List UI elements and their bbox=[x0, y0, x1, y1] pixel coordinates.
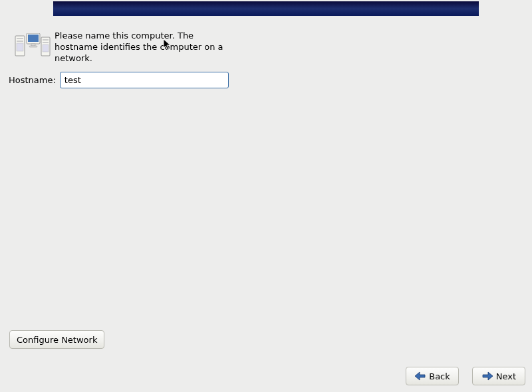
back-button[interactable]: Back bbox=[406, 367, 459, 385]
svg-rect-10 bbox=[43, 42, 49, 43]
svg-rect-3 bbox=[17, 43, 23, 51]
svg-rect-9 bbox=[43, 39, 49, 41]
arrow-left-icon bbox=[414, 371, 426, 381]
next-button[interactable]: Next bbox=[472, 367, 525, 385]
configure-network-label: Configure Network bbox=[17, 335, 97, 345]
description-text: Please name this computer. The hostname … bbox=[55, 31, 227, 64]
configure-network-button[interactable]: Configure Network bbox=[9, 330, 104, 349]
svg-rect-5 bbox=[28, 35, 39, 42]
header-banner bbox=[53, 1, 479, 16]
computer-network-icon bbox=[15, 33, 51, 60]
next-label: Next bbox=[496, 371, 516, 381]
svg-rect-6 bbox=[31, 44, 35, 46]
svg-rect-7 bbox=[29, 46, 37, 47]
hostname-label: Hostname: bbox=[9, 75, 56, 85]
back-label: Back bbox=[429, 371, 450, 381]
svg-rect-1 bbox=[17, 38, 23, 39]
svg-rect-11 bbox=[43, 45, 49, 52]
hostname-input[interactable] bbox=[60, 72, 229, 88]
svg-rect-2 bbox=[17, 41, 23, 42]
arrow-right-icon bbox=[481, 371, 493, 381]
